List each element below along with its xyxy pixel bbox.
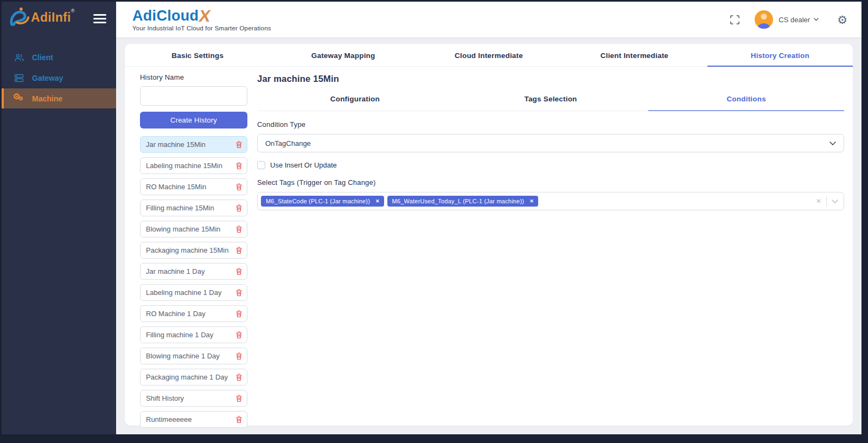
history-item-label: Filling machine 15Min — [146, 204, 214, 212]
detail-tab[interactable]: Conditions — [648, 91, 844, 111]
tag-chip: M6_StateCode (PLC-1 (Jar machine)) ✕ — [261, 196, 384, 207]
history-item[interactable]: Runtimeeeeee — [140, 411, 247, 428]
adiinfi-logo: AdiInfi ® — [8, 7, 74, 30]
detail-tab[interactable]: Tags Selection — [453, 91, 649, 111]
use-insert-or-update-label: Use Insert Or Update — [270, 161, 337, 169]
history-item-label: Runtimeeeeee — [146, 415, 192, 423]
history-item[interactable]: Labeling machine 15Min — [140, 157, 247, 174]
delete-history-icon[interactable] — [236, 183, 242, 190]
module-tabs: Basic Settings Gateway Mapping Cloud Int… — [125, 44, 853, 67]
module-tab[interactable]: History Creation — [707, 44, 853, 67]
history-creation-body: History Name Create History Jar machine … — [125, 67, 853, 426]
sidebar-item-gateway[interactable]: Gateway — [2, 68, 116, 88]
sidebar-item-machine[interactable]: ⚙ ⚙ Machine — [2, 88, 116, 108]
create-history-button[interactable]: Create History — [140, 112, 247, 129]
module-tab[interactable]: Basic Settings — [125, 44, 270, 67]
delete-history-icon[interactable] — [236, 374, 242, 381]
condition-type-select[interactable]: OnTagChange — [257, 134, 844, 152]
history-item-label: RO Machine 15Min — [146, 183, 206, 191]
history-item[interactable]: Blowing machine 1 Day — [140, 348, 247, 364]
delete-history-icon[interactable] — [236, 204, 242, 211]
tags-select-controls: ✕ — [816, 196, 838, 206]
adicloudx-brand: AdiCloud X Your Industrial IoT Cloud for… — [132, 8, 271, 31]
history-item[interactable]: RO Machine 15Min — [140, 178, 247, 195]
tag-remove-icon[interactable]: ✕ — [529, 199, 534, 204]
sidebar-nav: Client Gateway ⚙ ⚙ — [2, 47, 116, 109]
use-insert-or-update-row[interactable]: Use Insert Or Update — [257, 161, 337, 169]
history-item[interactable]: RO Machine 1 Day — [140, 305, 247, 322]
history-item-label: Jar machine 1 Day — [146, 267, 205, 275]
chevron-down-icon — [829, 142, 836, 145]
history-item-label: RO Machine 1 Day — [146, 310, 206, 318]
client-people-icon — [14, 53, 24, 62]
sidebar-item-label: Gateway — [32, 74, 63, 82]
delete-history-icon[interactable] — [236, 141, 242, 148]
module-tab[interactable]: Client Intermediate — [561, 44, 707, 67]
history-item[interactable]: Packaging machine 15Min — [140, 242, 247, 259]
history-name-input[interactable] — [140, 86, 247, 106]
history-item[interactable]: Labeling machine 1 Day — [140, 284, 247, 301]
user-name[interactable]: CS dealer — [778, 16, 810, 24]
history-item-label: Filling machine 1 Day — [146, 331, 213, 339]
history-item-label: Labeling machine 1 Day — [146, 288, 221, 297]
adiinfi-logo-text: AdiInfi — [31, 7, 71, 28]
tag-chip: M6_WaterUsed_Today_L (PLC-1 (Jar machine… — [387, 196, 538, 207]
history-item[interactable]: Packaging machine 1 Day — [140, 369, 247, 386]
history-item[interactable]: Filling machine 1 Day — [140, 326, 247, 343]
history-list: Jar machine 15Min — [140, 136, 247, 428]
tags-chevron-down-icon[interactable] — [832, 200, 838, 203]
delete-history-icon[interactable] — [236, 226, 242, 233]
user-menu-chevron-icon[interactable] — [814, 18, 819, 21]
settings-gear-icon[interactable]: ⚙ — [837, 14, 847, 25]
detail-tabs: Configuration Tags Selection Conditions — [257, 91, 844, 111]
sidebar-logo-row: AdiInfi ® — [2, 2, 116, 35]
history-item-label: Blowing machine 15Min — [146, 225, 220, 233]
tags-multiselect[interactable]: M6_StateCode (PLC-1 (Jar machine)) ✕ M6_… — [257, 192, 844, 210]
module-tab[interactable]: Gateway Mapping — [270, 44, 416, 67]
delete-history-icon[interactable] — [236, 268, 242, 275]
delete-history-icon[interactable] — [236, 331, 242, 338]
clear-all-tags-icon[interactable]: ✕ — [816, 198, 821, 204]
sidebar-item-client[interactable]: Client — [2, 47, 116, 67]
brand-x-glyph: X — [198, 9, 212, 24]
tag-remove-icon[interactable]: ✕ — [375, 199, 380, 204]
delete-history-icon[interactable] — [236, 395, 242, 402]
user-avatar[interactable] — [755, 10, 773, 29]
history-item-label: Packaging machine 1 Day — [146, 373, 228, 381]
brand-name-text: AdiCloud — [132, 8, 199, 24]
delete-history-icon[interactable] — [236, 352, 242, 359]
delete-history-icon[interactable] — [236, 289, 242, 296]
hamburger-menu-icon[interactable] — [93, 13, 106, 24]
delete-history-icon[interactable] — [236, 310, 242, 317]
condition-type-label: Condition Type — [257, 120, 844, 129]
delete-history-icon[interactable] — [236, 416, 242, 423]
topbar-actions: CS dealer ⚙ — [730, 10, 847, 29]
history-item[interactable]: Filling machine 15Min — [140, 200, 247, 216]
history-item-label: Labeling machine 15Min — [146, 162, 222, 170]
history-item[interactable]: Shift History — [140, 390, 247, 407]
history-item[interactable]: Jar machine 15Min — [140, 136, 247, 153]
history-detail-panel: Jar machine 15Min Configuration Tags Sel… — [257, 73, 844, 421]
history-item-label: Packaging machine 15Min — [146, 246, 228, 254]
topbar: AdiCloud X Your Industrial IoT Cloud for… — [116, 2, 861, 37]
tag-chip-label: M6_WaterUsed_Today_L (PLC-1 (Jar machine… — [392, 198, 525, 204]
history-item-label: Blowing machine 1 Day — [146, 352, 220, 360]
history-item[interactable]: Jar machine 1 Day — [140, 263, 247, 280]
sidebar: AdiInfi ® Client — [2, 2, 116, 434]
use-insert-or-update-checkbox[interactable] — [257, 161, 265, 169]
registered-mark: ® — [71, 8, 75, 14]
history-item-label: Jar machine 15Min — [146, 140, 206, 149]
history-item-label: Shift History — [146, 394, 184, 402]
history-item[interactable]: Blowing machine 15Min — [140, 221, 247, 237]
fullscreen-icon[interactable] — [730, 15, 739, 24]
selected-tags: M6_StateCode (PLC-1 (Jar machine)) ✕ M6_… — [261, 196, 538, 207]
module-tab[interactable]: Cloud Intermediate — [416, 44, 561, 67]
delete-history-icon[interactable] — [236, 247, 242, 254]
machine-card: Basic Settings Gateway Mapping Cloud Int… — [125, 44, 853, 426]
tag-chip-label: M6_StateCode (PLC-1 (Jar machine)) — [266, 198, 370, 204]
select-tags-label: Select Tags (Trigger on Tag Change) — [257, 178, 844, 187]
detail-tab[interactable]: Configuration — [257, 91, 453, 111]
main-area: AdiCloud X Your Industrial IoT Cloud for… — [116, 2, 861, 434]
delete-history-icon[interactable] — [236, 162, 242, 169]
history-panel: History Name Create History Jar machine … — [140, 73, 247, 421]
